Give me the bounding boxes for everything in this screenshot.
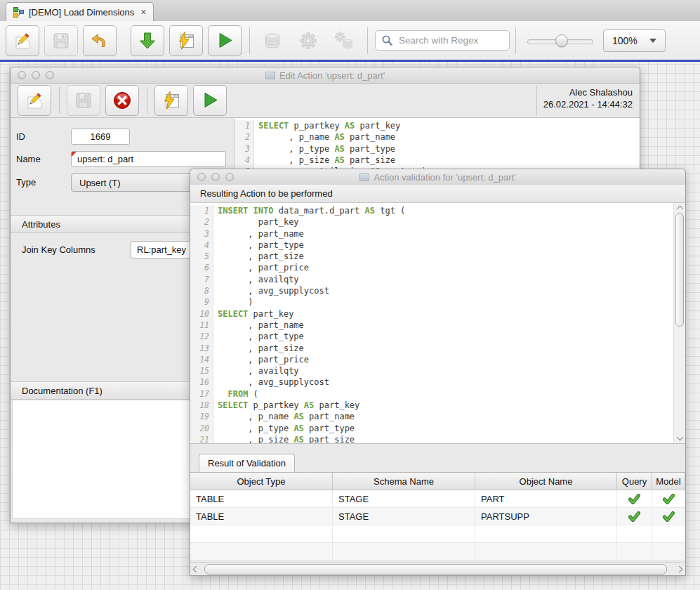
id-input[interactable]: 1669: [71, 129, 130, 145]
search-box[interactable]: [375, 30, 510, 51]
table-cell: [652, 508, 685, 525]
table-row[interactable]: [190, 543, 685, 560]
save-button: [67, 85, 100, 116]
table-row[interactable]: TABLESTAGEPART: [190, 490, 685, 508]
floppy-icon: [73, 90, 94, 111]
code-line: 2 , p_name AS part_name: [235, 131, 640, 143]
code-line: 8 , avg_supplycost: [190, 285, 673, 296]
settings-button: [293, 25, 324, 56]
edit-window-titlebar[interactable]: Edit Action 'upsert: d_part': [11, 67, 640, 84]
name-input[interactable]: upsert: d_part: [71, 151, 226, 167]
line-number: 20: [190, 423, 213, 434]
line-number: 15: [190, 365, 213, 376]
window-icon: [359, 173, 369, 181]
code-line: 16 , avg_supplycost: [190, 376, 673, 388]
edit-button[interactable]: [6, 25, 39, 56]
tab-bar: [DEMO] Load Dimensions ×: [0, 0, 700, 22]
scrollbar-thumb[interactable]: [675, 213, 684, 327]
play-icon: [199, 90, 220, 111]
table-cell: TABLE: [190, 490, 333, 508]
code-line: 13 , part_size: [190, 343, 673, 354]
column-header[interactable]: Object Name: [475, 473, 617, 490]
pencil-icon: [12, 30, 33, 51]
download-button[interactable]: [131, 25, 164, 56]
run-button[interactable]: [208, 25, 242, 56]
column-header[interactable]: Model: [652, 473, 685, 490]
validation-window-title: Action validation for 'upsert: d_part': [374, 172, 515, 183]
cancel-button[interactable]: [105, 85, 139, 116]
type-label: Type: [16, 177, 36, 188]
code-line: 2 part_key: [190, 216, 673, 228]
bolt-window-icon: [176, 30, 197, 51]
undo-button[interactable]: [83, 25, 117, 56]
scroll-up-icon[interactable]: [677, 206, 684, 213]
column-header[interactable]: Query: [617, 473, 652, 490]
code-line: 6 , part_price: [190, 262, 673, 273]
validation-window-titlebar[interactable]: Action validation for 'upsert: d_part': [190, 169, 685, 185]
resulting-sql-viewer[interactable]: 1INSERT INTO data_mart.d_part AS tgt (2 …: [190, 203, 685, 444]
line-number: 17: [190, 388, 213, 400]
database-button: [257, 25, 288, 56]
code-line: 1SELECT p_partkey AS part_key: [235, 120, 640, 131]
line-number: 9: [190, 296, 213, 308]
run-button[interactable]: [193, 85, 227, 116]
line-number: 21: [190, 434, 213, 444]
toolbar-separator: [536, 86, 537, 115]
table-cell: [333, 525, 475, 543]
line-number: 19: [190, 411, 213, 422]
traffic-light-close[interactable]: [197, 173, 206, 181]
tab-close-icon[interactable]: ×: [140, 7, 146, 17]
zoom-select[interactable]: 100%: [603, 29, 666, 52]
validate-button[interactable]: [169, 25, 203, 56]
column-header[interactable]: Schema Name: [333, 473, 475, 490]
line-number: 10: [190, 308, 213, 320]
table-row[interactable]: TABLESTAGEPARTSUPP: [190, 508, 685, 525]
line-number: 7: [190, 274, 213, 285]
table-row[interactable]: [190, 525, 685, 543]
zoom-value: 100%: [612, 35, 638, 46]
line-number: 13: [190, 343, 213, 354]
zoom-slider-knob[interactable]: [555, 34, 568, 47]
toolbar-separator: [59, 87, 60, 114]
traffic-light-minimize[interactable]: [211, 173, 220, 181]
traffic-light-close[interactable]: [18, 71, 26, 79]
horizontal-scrollbar[interactable]: [190, 562, 685, 575]
code-line: 15 , availqty: [190, 365, 673, 376]
floppy-icon: [51, 30, 72, 51]
search-icon: [381, 34, 393, 46]
traffic-light-zoom[interactable]: [46, 71, 54, 79]
scroll-left-icon[interactable]: [193, 566, 200, 573]
modified-marker: [72, 152, 77, 157]
column-header[interactable]: Object Type: [190, 473, 333, 490]
table-cell: [475, 543, 617, 560]
traffic-light-minimize[interactable]: [32, 71, 40, 79]
vertical-scrollbar[interactable]: [673, 203, 685, 443]
code-line: 14 , part_price: [190, 354, 673, 365]
table-cell: STAGE: [333, 508, 475, 525]
modified-by-block: Alec Shalashou 26.02.2021 - 14:44:32: [543, 86, 633, 110]
join-key-label: Join Key Columns: [22, 244, 95, 255]
diagram-icon: [13, 6, 24, 18]
edit-button[interactable]: [18, 85, 51, 116]
zoom-slider[interactable]: [527, 34, 593, 48]
modified-by-timestamp: 26.02.2021 - 14:44:32: [543, 98, 633, 110]
line-number: 2: [190, 216, 213, 228]
scroll-down-icon[interactable]: [677, 434, 684, 441]
main-toolbar: 100%: [0, 21, 700, 60]
table-cell: [617, 490, 652, 508]
line-number: 8: [190, 285, 213, 296]
tab-load-dimensions[interactable]: [DEMO] Load Dimensions ×: [6, 2, 154, 21]
action-validation-window: Action validation for 'upsert: d_part' R…: [190, 169, 686, 576]
traffic-light-zoom[interactable]: [225, 173, 234, 181]
validation-result-table: Object TypeSchema NameObject NameQueryMo…: [190, 472, 685, 560]
line-number: 3: [190, 228, 213, 240]
tab-result-of-validation[interactable]: Result of Validation: [199, 454, 295, 472]
search-input[interactable]: [397, 34, 503, 46]
scrollbar-thumb[interactable]: [204, 564, 667, 575]
type-value: Upsert (T): [79, 178, 121, 188]
toolbar-button-group: [6, 25, 375, 56]
resulting-action-header: Resulting Action to be performed: [190, 185, 685, 203]
gear-icon: [298, 30, 319, 51]
validate-button[interactable]: [154, 85, 188, 116]
scroll-right-icon[interactable]: [676, 566, 683, 573]
